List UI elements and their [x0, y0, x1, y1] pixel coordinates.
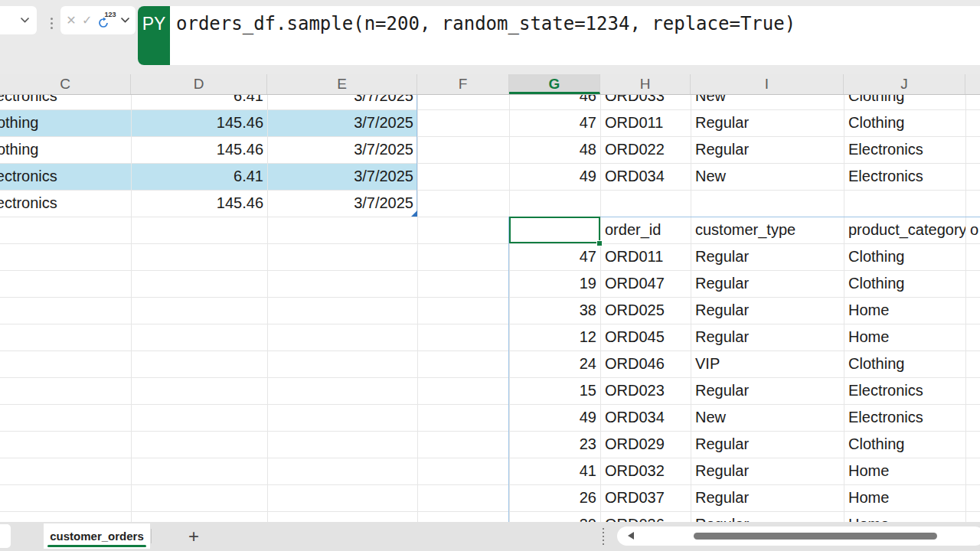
cell-customer-type[interactable]: Regular: [691, 109, 844, 136]
cell-order-id[interactable]: ORD034: [600, 163, 691, 190]
cell-customer-type[interactable]: New: [691, 163, 844, 190]
cell-category[interactable]: Electronics: [0, 163, 131, 190]
cell-customer-type[interactable]: New: [691, 95, 844, 109]
cell-date[interactable]: 3/7/2025: [267, 163, 417, 190]
header-customer-type[interactable]: customer_type: [691, 217, 844, 243]
cell-date[interactable]: 3/7/2025: [267, 136, 417, 163]
cell-product-category[interactable]: Electronics: [844, 163, 965, 190]
scrollbar-resize-handle-icon[interactable]: [599, 528, 607, 545]
cell-amount[interactable]: 145.46: [131, 109, 267, 136]
cell-row-index[interactable]: 49: [509, 404, 600, 431]
cell-customer-type[interactable]: Regular: [691, 136, 844, 163]
cell-row-index[interactable]: 19: [509, 270, 600, 297]
cell-customer-type[interactable]: Regular: [691, 297, 844, 324]
fill-handle[interactable]: [596, 240, 603, 246]
column-header-G[interactable]: G: [509, 74, 600, 94]
cell-date[interactable]: 3/7/2025: [267, 190, 417, 217]
cell-date[interactable]: 3/7/2025: [267, 95, 417, 109]
cell-amount[interactable]: 6.41: [131, 163, 267, 190]
cell-order-id[interactable]: ORD032: [600, 458, 691, 484]
cell-row-index[interactable]: 47: [509, 243, 600, 270]
cell-row-index[interactable]: 47: [509, 109, 600, 136]
cell-order-id[interactable]: ORD011: [600, 109, 691, 136]
column-header-E[interactable]: E: [267, 74, 417, 94]
cell-category[interactable]: Electronics: [0, 190, 131, 217]
column-header-C[interactable]: C: [0, 74, 131, 94]
horizontal-scrollbar-thumb[interactable]: [694, 533, 937, 540]
cancel-icon[interactable]: ✕: [66, 15, 76, 27]
cell-order-id[interactable]: ORD023: [600, 377, 691, 404]
cell-product-category[interactable]: Electronics: [844, 136, 965, 163]
sheet-tab-customer-orders[interactable]: customer_orders: [44, 523, 150, 549]
horizontal-scrollbar[interactable]: [617, 527, 980, 546]
cell-date[interactable]: 3/7/2025: [267, 109, 417, 136]
cell-amount[interactable]: 6.41: [131, 95, 267, 109]
cell-customer-type[interactable]: Regular: [691, 243, 844, 270]
cell-product-category[interactable]: Clothing: [844, 109, 965, 136]
cell-product-category[interactable]: Clothing: [844, 95, 965, 109]
formula-bar[interactable]: PY orders_df.sample(n=200, random_state=…: [138, 6, 980, 65]
spreadsheet-grid[interactable]: Electronics6.413/7/2025Clothing145.463/7…: [0, 95, 980, 522]
cell-customer-type[interactable]: Regular: [691, 458, 844, 484]
cell-product-category[interactable]: Home: [844, 297, 965, 324]
cell-order-id[interactable]: ORD011: [600, 243, 691, 270]
cell-customer-type[interactable]: Regular: [691, 270, 844, 297]
cell-row-index[interactable]: 49: [509, 163, 600, 190]
cell-row-index[interactable]: 26: [509, 484, 600, 511]
cell-customer-type[interactable]: Regular: [691, 484, 844, 511]
cell-customer-type[interactable]: VIP: [691, 350, 844, 377]
cell-row-index[interactable]: 41: [509, 458, 600, 484]
cell-product-category[interactable]: Home: [844, 511, 965, 522]
cell-category[interactable]: Clothing: [0, 109, 131, 136]
cell-order-id[interactable]: ORD036: [600, 511, 691, 522]
confirm-icon[interactable]: ✓: [82, 15, 92, 27]
cell-row-index[interactable]: 15: [509, 377, 600, 404]
convert-to-values-icon[interactable]: 123: [98, 13, 115, 28]
selected-cell[interactable]: [509, 217, 600, 243]
cell-customer-type[interactable]: Regular: [691, 511, 844, 522]
cell-order-id[interactable]: ORD047: [600, 270, 691, 297]
column-header-I[interactable]: I: [691, 74, 844, 94]
cell-category[interactable]: Electronics: [0, 95, 131, 109]
cell-category[interactable]: Clothing: [0, 136, 131, 163]
name-box[interactable]: [0, 6, 37, 34]
column-header-H[interactable]: H: [600, 74, 691, 94]
column-header-D[interactable]: D: [131, 74, 267, 94]
add-sheet-button[interactable]: +: [184, 522, 204, 550]
cell-order-id[interactable]: ORD033: [600, 95, 691, 109]
chevron-down-icon[interactable]: [120, 17, 130, 24]
header-order-id[interactable]: order_id: [600, 217, 691, 243]
cell-product-category[interactable]: Home: [844, 324, 965, 350]
cell-product-category[interactable]: Home: [844, 458, 965, 484]
column-header-F[interactable]: F: [417, 74, 509, 94]
cell-order-id[interactable]: ORD034: [600, 404, 691, 431]
cell-customer-type[interactable]: New: [691, 404, 844, 431]
cell-row-index[interactable]: 24: [509, 350, 600, 377]
cell-row-index[interactable]: 23: [509, 431, 600, 458]
python-language-badge[interactable]: PY: [138, 6, 170, 65]
cell-product-category[interactable]: Home: [844, 484, 965, 511]
cell-product-category[interactable]: Electronics: [844, 377, 965, 404]
header-product-category[interactable]: product_category: [844, 217, 965, 243]
cell-product-category[interactable]: Clothing: [844, 350, 965, 377]
cell-product-category[interactable]: Clothing: [844, 431, 965, 458]
header-next-column-fragment[interactable]: o: [965, 217, 980, 243]
cell-customer-type[interactable]: Regular: [691, 324, 844, 350]
cell-order-id[interactable]: ORD022: [600, 136, 691, 163]
cell-product-category[interactable]: Clothing: [844, 270, 965, 297]
formula-input[interactable]: orders_df.sample(n=200, random_state=123…: [176, 6, 795, 41]
cell-amount[interactable]: 145.46: [131, 136, 267, 163]
column-header-J[interactable]: J: [844, 74, 965, 94]
cell-order-id[interactable]: ORD045: [600, 324, 691, 350]
cell-row-index[interactable]: 46: [509, 95, 600, 109]
cell-order-id[interactable]: ORD025: [600, 297, 691, 324]
cell-product-category[interactable]: Electronics: [844, 404, 965, 431]
cell-amount[interactable]: 145.46: [131, 190, 267, 217]
cell-order-id[interactable]: ORD046: [600, 350, 691, 377]
cell-row-index[interactable]: 38: [509, 297, 600, 324]
cell-order-id[interactable]: ORD029: [600, 431, 691, 458]
cell-row-index[interactable]: 12: [509, 324, 600, 350]
cell-product-category[interactable]: Clothing: [844, 243, 965, 270]
cell-customer-type[interactable]: Regular: [691, 377, 844, 404]
cell-customer-type[interactable]: Regular: [691, 431, 844, 458]
